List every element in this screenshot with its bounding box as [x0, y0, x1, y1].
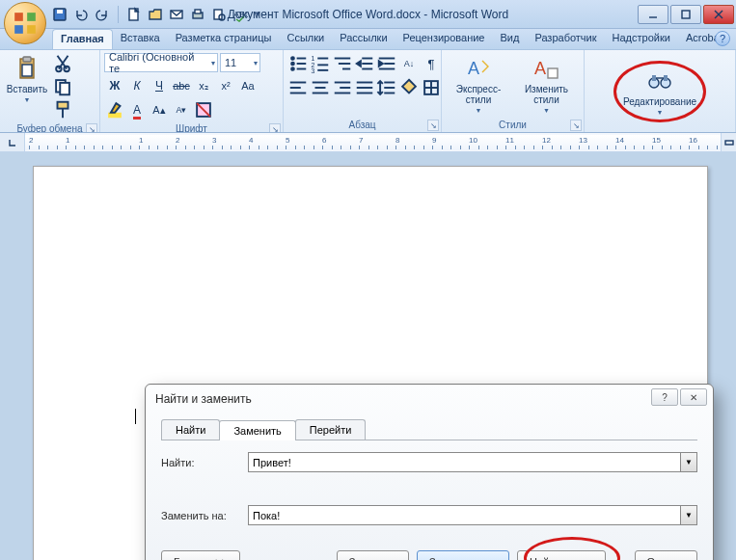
clipboard-launcher[interactable]: ↘ — [86, 123, 97, 133]
font-launcher[interactable]: ↘ — [269, 123, 281, 133]
svg-point-33 — [291, 63, 294, 66]
font-size-combo[interactable]: 11 — [220, 53, 260, 72]
clear-format-button[interactable] — [193, 99, 214, 120]
mail-icon[interactable] — [169, 7, 184, 22]
help-button[interactable]: ? — [715, 31, 730, 46]
italic-button[interactable]: К — [126, 75, 148, 96]
quick-print-icon[interactable] — [190, 7, 205, 22]
indent-inc-button[interactable] — [376, 53, 397, 74]
close-button[interactable] — [703, 5, 734, 24]
print-preview-icon[interactable] — [211, 7, 227, 22]
save-icon[interactable] — [52, 7, 68, 22]
tab-view[interactable]: Вид — [493, 29, 528, 49]
shading-button[interactable] — [398, 77, 420, 98]
dialog-close-button[interactable]: ✕ — [680, 388, 707, 406]
replace-all-button[interactable]: Заменить все — [417, 550, 509, 560]
ruler-tick — [185, 146, 186, 149]
tab-mailings[interactable]: Рассылки — [332, 29, 395, 49]
ruler-tick — [497, 146, 498, 149]
ruler-tick — [450, 146, 451, 149]
new-doc-icon[interactable] — [126, 7, 142, 22]
tab-references[interactable]: Ссылки — [279, 29, 332, 49]
change-styles-button[interactable]: A Изменить стили ▼ — [513, 53, 580, 116]
strike-button[interactable]: abc — [171, 75, 192, 96]
cut-button[interactable] — [52, 53, 73, 74]
shrink-font-button[interactable]: A▾ — [171, 99, 192, 120]
change-case-button[interactable]: Aa — [237, 75, 259, 96]
more-button[interactable]: Больше >> — [161, 550, 240, 560]
ruler-tick — [560, 146, 561, 149]
ruler-number: 1 — [66, 136, 69, 145]
find-input[interactable]: Привет! ▼ — [248, 452, 697, 472]
dialog-titlebar[interactable]: Найти и заменить ? ✕ — [146, 385, 713, 413]
paragraph-group-label: Абзац↘ — [284, 120, 441, 132]
svg-rect-14 — [682, 11, 690, 18]
font-color-button[interactable]: A — [126, 99, 148, 120]
dialog-help-button[interactable]: ? — [651, 388, 678, 406]
multilevel-button[interactable] — [332, 53, 353, 74]
minimize-button[interactable] — [638, 5, 668, 24]
highlight-button[interactable] — [104, 99, 125, 120]
align-right-button[interactable] — [332, 77, 353, 98]
find-next-button[interactable]: Найти далее — [517, 550, 606, 560]
redo-icon[interactable] — [95, 7, 110, 22]
tab-developer[interactable]: Разработчик — [527, 29, 604, 49]
ruler-tick — [717, 146, 718, 149]
borders-button[interactable] — [421, 77, 442, 98]
superscript-button[interactable]: x² — [215, 75, 236, 96]
office-button[interactable] — [4, 2, 46, 44]
ruler-tick — [313, 146, 314, 149]
svg-text:A: A — [534, 59, 546, 78]
tab-review[interactable]: Рецензирование — [395, 29, 493, 49]
ruler-tick — [47, 146, 48, 149]
align-center-button[interactable] — [310, 77, 331, 98]
underline-button[interactable]: Ч — [149, 75, 170, 96]
line-spacing-button[interactable] — [376, 77, 397, 98]
align-left-button[interactable] — [287, 77, 309, 98]
indent-dec-button[interactable] — [354, 53, 375, 74]
justify-button[interactable] — [354, 77, 375, 98]
open-icon[interactable] — [148, 7, 163, 22]
tab-home[interactable]: Главная — [52, 29, 113, 49]
show-marks-button[interactable]: ¶ — [421, 53, 442, 74]
undo-icon[interactable] — [73, 7, 89, 22]
subscript-button[interactable]: x₂ — [193, 75, 214, 96]
grow-font-button[interactable]: A▴ — [149, 99, 170, 120]
tab-insert[interactable]: Вставка — [113, 29, 168, 49]
tab-layout[interactable]: Разметка страницы — [168, 29, 280, 49]
replace-history-dropdown[interactable]: ▼ — [680, 506, 696, 524]
replace-input[interactable]: Пока! ▼ — [248, 505, 697, 525]
sort-button[interactable]: А↓ — [398, 53, 420, 74]
replace-button[interactable]: Заменить — [337, 550, 409, 560]
dialog-tab-goto[interactable]: Перейти — [295, 419, 367, 440]
dialog-tab-replace[interactable]: Заменить — [219, 420, 295, 440]
paragraph-launcher[interactable]: ↘ — [427, 120, 439, 131]
ruler-number: 5 — [286, 136, 289, 145]
maximize-button[interactable] — [670, 5, 701, 24]
ruler-tick — [75, 146, 76, 149]
ruler-tick — [542, 146, 543, 149]
horizontal-ruler[interactable]: 211234567891011121314151617 — [25, 135, 721, 150]
find-history-dropdown[interactable]: ▼ — [680, 453, 696, 471]
font-name-combo[interactable]: Calibri (Основной те — [104, 53, 218, 72]
ruler-tick — [423, 146, 424, 149]
dialog-tab-find[interactable]: Найти — [161, 419, 220, 440]
bold-button[interactable]: Ж — [104, 75, 125, 96]
ruler-tick — [533, 146, 534, 149]
cancel-button[interactable]: Отмена — [635, 550, 697, 560]
ruler-tick — [240, 146, 241, 149]
dialog-title: Найти и заменить — [155, 392, 252, 406]
paste-button[interactable]: Вставить ▼ — [4, 53, 50, 105]
bullets-button[interactable] — [287, 53, 309, 74]
ruler-toggle-button[interactable] — [721, 133, 736, 151]
copy-button[interactable] — [52, 76, 73, 97]
ribbon-tabs: Главная Вставка Разметка страницы Ссылки… — [0, 29, 736, 50]
tab-addins[interactable]: Надстройки — [605, 29, 678, 49]
quick-styles-button[interactable]: A Экспресс-стили ▼ — [446, 53, 511, 116]
tab-selector[interactable] — [0, 133, 25, 151]
format-painter-button[interactable] — [52, 99, 73, 120]
editing-button[interactable]: Редактирование ▼ — [618, 66, 701, 118]
svg-rect-75 — [652, 75, 656, 81]
numbering-button[interactable]: 123 — [310, 53, 331, 74]
styles-launcher[interactable]: ↘ — [570, 120, 582, 131]
